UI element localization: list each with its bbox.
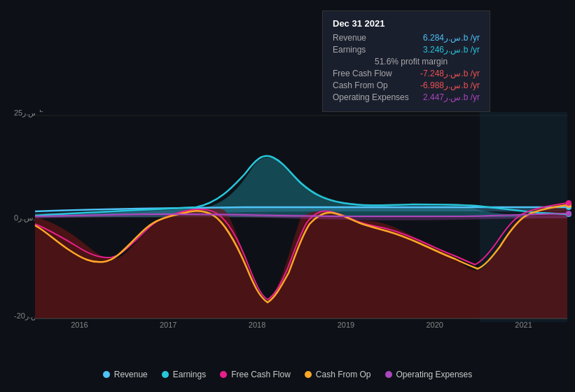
legend-dot-fcf	[220, 371, 227, 378]
legend-dot-opex	[385, 371, 392, 378]
legend-label-fcf: Free Cash Flow	[231, 370, 291, 379]
x-label-2019: 2019	[338, 321, 354, 329]
svg-point-9	[566, 200, 571, 206]
tooltip-cash-from-op: Cash From Op -6.988س.ر.b /yr	[333, 80, 480, 90]
legend-dot-revenue	[103, 371, 110, 378]
x-label-2021: 2021	[515, 321, 532, 329]
x-label-2018: 2018	[249, 321, 265, 329]
tooltip-opex: Operating Expenses 2.447س.ر.b /yr	[333, 92, 480, 102]
svg-point-8	[566, 211, 571, 216]
tooltip-earnings: Earnings 3.246س.ر.b /yr	[333, 45, 480, 55]
legend: Revenue Earnings Free Cash Flow Cash Fro…	[0, 357, 575, 392]
legend-cash-from-op: Cash From Op	[305, 370, 371, 379]
legend-label-opex: Operating Expenses	[396, 370, 473, 379]
legend-dot-earnings	[162, 371, 169, 378]
legend-revenue: Revenue	[103, 370, 148, 379]
chart-container: 25س.ر.b 0س.ر.b -20س.ر.b Dec 31 2021 Reve…	[0, 0, 575, 350]
legend-dot-cash-from-op	[305, 371, 312, 378]
tooltip-profit-margin: 51.6% profit margin	[333, 57, 480, 66]
tooltip-date: Dec 31 2021	[333, 18, 480, 29]
tooltip-fcf: Free Cash Flow -7.248س.ر.b /yr	[333, 69, 480, 78]
x-label-2017: 2017	[160, 321, 176, 329]
x-label-2016: 2016	[71, 321, 88, 329]
legend-fcf: Free Cash Flow	[220, 370, 291, 379]
x-label-2020: 2020	[426, 321, 443, 329]
legend-opex: Operating Expenses	[385, 370, 473, 379]
tooltip-box: Dec 31 2021 Revenue 6.284س.ر.b /yr Earni…	[322, 10, 490, 112]
legend-earnings: Earnings	[162, 370, 206, 379]
legend-label-revenue: Revenue	[114, 370, 148, 379]
x-axis: 2016 2017 2018 2019 2020 2021	[35, 321, 568, 329]
legend-label-earnings: Earnings	[173, 370, 206, 379]
legend-label-cash-from-op: Cash From Op	[316, 370, 371, 379]
tooltip-revenue: Revenue 6.284س.ر.b /yr	[333, 33, 480, 43]
